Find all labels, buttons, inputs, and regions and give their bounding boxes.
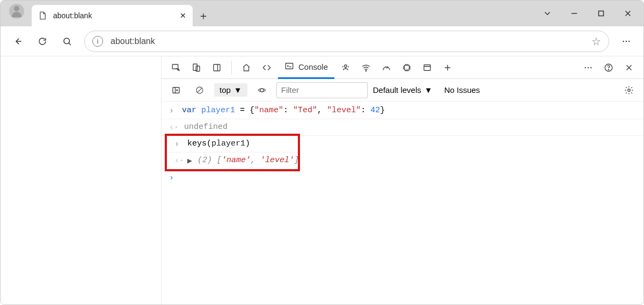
console-code: keys(player1) <box>187 139 250 148</box>
content-area: Console top ▼ Default <box>1 56 643 304</box>
window-chevron-icon[interactable] <box>534 3 561 24</box>
svg-point-17 <box>590 67 591 68</box>
chevron-down-icon: ▼ <box>425 85 433 95</box>
console-input-line: › var player1 = {"name": "Ted", "level":… <box>162 103 643 119</box>
svg-point-11 <box>345 68 346 69</box>
browser-titlebar: about:blank ✕ ＋ <box>1 1 643 26</box>
site-info-icon[interactable]: i <box>92 36 103 47</box>
welcome-tab-icon[interactable] <box>237 59 255 77</box>
chevron-down-icon: ▼ <box>234 85 242 95</box>
application-tab-icon[interactable] <box>418 59 436 77</box>
svg-rect-13 <box>405 65 409 70</box>
console-prompt[interactable]: › <box>162 169 643 187</box>
new-tab-button[interactable]: ＋ <box>193 5 214 26</box>
refresh-button[interactable] <box>32 31 53 52</box>
window-minimize-icon[interactable] <box>561 3 588 24</box>
console-tab-icon <box>284 61 294 72</box>
console-code: var player1 = {"name": "Ted", "level": 4… <box>182 106 385 115</box>
console-toolbar: top ▼ Default levels ▼ No Issues <box>162 79 643 101</box>
window-maximize-icon[interactable] <box>588 3 614 24</box>
page-viewport <box>1 56 162 304</box>
console-settings-icon[interactable] <box>620 81 638 99</box>
devtools-panel: Console top ▼ Default <box>162 56 643 304</box>
network-tab-icon[interactable] <box>357 59 375 77</box>
output-prompt-icon: ‹· <box>169 122 179 132</box>
svg-rect-14 <box>424 64 430 70</box>
inspect-element-icon[interactable] <box>167 59 185 77</box>
svg-rect-0 <box>599 11 604 16</box>
window-close-icon[interactable] <box>614 3 641 24</box>
page-icon <box>38 11 47 20</box>
svg-point-12 <box>365 70 367 71</box>
clear-console-icon[interactable] <box>191 81 209 99</box>
search-button[interactable] <box>56 31 78 52</box>
console-result: (2) ['name', 'level'] <box>197 156 299 165</box>
console-output: › var player1 = {"name": "Ted", "level":… <box>162 101 643 304</box>
svg-rect-6 <box>193 64 197 70</box>
elements-tab-icon[interactable] <box>258 59 276 77</box>
input-prompt-icon: › <box>169 106 177 115</box>
svg-point-23 <box>628 89 631 91</box>
devtools-tabbar: Console <box>162 56 643 79</box>
input-prompt-icon: › <box>174 139 182 149</box>
log-levels-selector[interactable]: Default levels ▼ <box>373 85 433 95</box>
favorite-star-icon[interactable]: ☆ <box>591 35 601 48</box>
console-tab[interactable]: Console <box>278 56 334 79</box>
console-input-line: › keys(player1) <box>167 136 298 152</box>
devtools-close-icon[interactable] <box>620 59 638 77</box>
toggle-sidebar-icon[interactable] <box>167 81 185 99</box>
svg-point-4 <box>628 40 630 41</box>
console-tab-label: Console <box>298 62 328 71</box>
issues-label: No Issues <box>444 85 480 95</box>
profile-avatar[interactable] <box>9 4 24 19</box>
browser-tab[interactable]: about:blank ✕ <box>32 5 193 26</box>
svg-rect-5 <box>172 64 178 69</box>
tab-title: about:blank <box>53 11 92 20</box>
output-prompt-icon: ‹· <box>174 156 182 165</box>
back-button[interactable] <box>7 31 28 52</box>
svg-point-19 <box>608 69 609 70</box>
svg-rect-9 <box>286 63 293 69</box>
levels-label: Default levels <box>373 85 421 95</box>
url-text: about:blank <box>111 37 155 46</box>
devtools-more-icon[interactable] <box>579 59 597 77</box>
performance-tab-icon[interactable] <box>377 59 396 77</box>
browser-toolbar: i about:blank ☆ <box>1 26 643 56</box>
window-controls <box>534 1 643 26</box>
memory-tab-icon[interactable] <box>398 59 416 77</box>
sources-tab-icon[interactable] <box>336 59 355 77</box>
highlighted-region: › keys(player1) ‹· ▶ (2) ['name', 'level… <box>165 134 300 171</box>
devtools-help-icon[interactable] <box>599 59 618 77</box>
svg-point-2 <box>623 40 624 41</box>
dock-side-icon[interactable] <box>208 59 226 77</box>
console-output-line: ‹· ▶ (2) ['name', 'level'] <box>167 152 298 169</box>
svg-rect-8 <box>214 64 220 71</box>
svg-point-16 <box>588 67 589 68</box>
context-selector-label: top <box>219 85 231 95</box>
input-prompt-icon: › <box>169 173 174 183</box>
address-bar[interactable]: i about:blank ☆ <box>84 31 609 52</box>
device-emulation-icon[interactable] <box>187 59 206 77</box>
live-expression-icon[interactable] <box>253 81 271 99</box>
svg-point-15 <box>585 67 586 68</box>
more-menu-button[interactable] <box>616 31 637 52</box>
svg-point-10 <box>345 64 347 67</box>
svg-point-1 <box>64 38 70 44</box>
console-result: undefined <box>184 122 228 132</box>
expand-triangle-icon[interactable]: ▶ <box>187 156 192 166</box>
context-selector[interactable]: top ▼ <box>214 83 247 97</box>
svg-point-3 <box>626 40 627 41</box>
filter-input[interactable] <box>276 82 368 98</box>
more-tabs-button[interactable] <box>438 59 457 77</box>
close-tab-icon[interactable]: ✕ <box>180 11 186 20</box>
